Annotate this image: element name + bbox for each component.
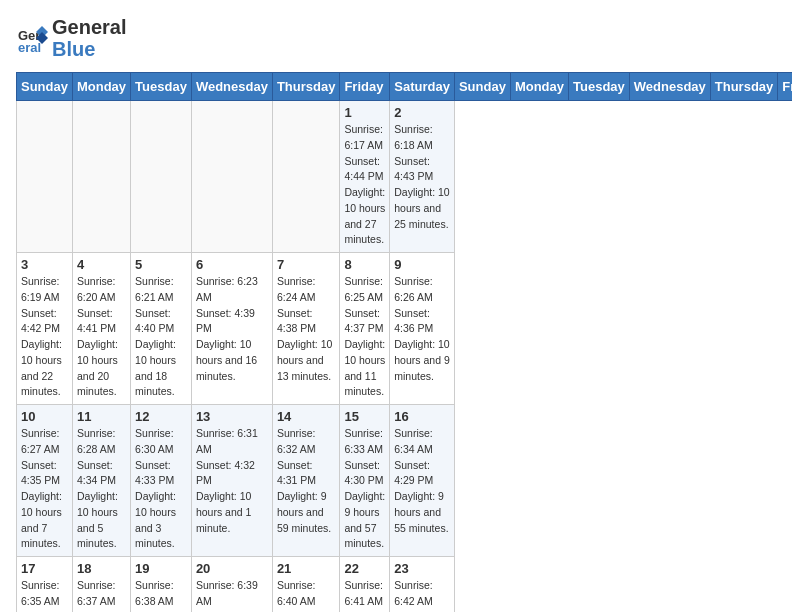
day-number: 2 — [394, 105, 450, 120]
day-cell: 21Sunrise: 6:40 AMSunset: 4:26 PMDayligh… — [272, 557, 340, 613]
week-row-2: 3Sunrise: 6:19 AMSunset: 4:42 PMDaylight… — [17, 253, 793, 405]
day-cell: 6Sunrise: 6:23 AMSunset: 4:39 PMDaylight… — [191, 253, 272, 405]
day-info: Sunrise: 6:18 AMSunset: 4:43 PMDaylight:… — [394, 122, 450, 232]
day-info: Sunrise: 6:23 AMSunset: 4:39 PMDaylight:… — [196, 274, 268, 384]
day-number: 1 — [344, 105, 385, 120]
day-cell: 7Sunrise: 6:24 AMSunset: 4:38 PMDaylight… — [272, 253, 340, 405]
column-header-friday: Friday — [340, 73, 390, 101]
day-number: 13 — [196, 409, 268, 424]
day-number: 14 — [277, 409, 336, 424]
day-cell: 15Sunrise: 6:33 AMSunset: 4:30 PMDayligh… — [340, 405, 390, 557]
day-cell — [72, 101, 130, 253]
week-row-4: 17Sunrise: 6:35 AMSunset: 4:29 PMDayligh… — [17, 557, 793, 613]
column-header-sunday: Sunday — [17, 73, 73, 101]
day-info: Sunrise: 6:17 AMSunset: 4:44 PMDaylight:… — [344, 122, 385, 248]
day-info: Sunrise: 6:20 AMSunset: 4:41 PMDaylight:… — [77, 274, 126, 400]
logo-icon: Gen eral — [16, 22, 48, 54]
column-header-sunday: Sunday — [454, 73, 510, 101]
day-cell: 4Sunrise: 6:20 AMSunset: 4:41 PMDaylight… — [72, 253, 130, 405]
day-cell — [272, 101, 340, 253]
day-cell — [17, 101, 73, 253]
day-info: Sunrise: 6:38 AMSunset: 4:27 PMDaylight:… — [135, 578, 187, 612]
column-header-tuesday: Tuesday — [131, 73, 192, 101]
day-number: 5 — [135, 257, 187, 272]
day-cell: 9Sunrise: 6:26 AMSunset: 4:36 PMDaylight… — [390, 253, 455, 405]
week-row-3: 10Sunrise: 6:27 AMSunset: 4:35 PMDayligh… — [17, 405, 793, 557]
day-cell — [131, 101, 192, 253]
logo: Gen eral General Blue — [16, 16, 126, 60]
day-cell: 16Sunrise: 6:34 AMSunset: 4:29 PMDayligh… — [390, 405, 455, 557]
day-info: Sunrise: 6:30 AMSunset: 4:33 PMDaylight:… — [135, 426, 187, 552]
day-number: 23 — [394, 561, 450, 576]
day-cell: 10Sunrise: 6:27 AMSunset: 4:35 PMDayligh… — [17, 405, 73, 557]
day-info: Sunrise: 6:40 AMSunset: 4:26 PMDaylight:… — [277, 578, 336, 612]
day-cell: 14Sunrise: 6:32 AMSunset: 4:31 PMDayligh… — [272, 405, 340, 557]
day-number: 16 — [394, 409, 450, 424]
day-info: Sunrise: 6:21 AMSunset: 4:40 PMDaylight:… — [135, 274, 187, 400]
day-cell: 5Sunrise: 6:21 AMSunset: 4:40 PMDaylight… — [131, 253, 192, 405]
day-number: 8 — [344, 257, 385, 272]
column-header-friday: Friday — [778, 73, 792, 101]
day-cell: 2Sunrise: 6:18 AMSunset: 4:43 PMDaylight… — [390, 101, 455, 253]
day-info: Sunrise: 6:33 AMSunset: 4:30 PMDaylight:… — [344, 426, 385, 552]
column-header-wednesday: Wednesday — [629, 73, 710, 101]
day-info: Sunrise: 6:35 AMSunset: 4:29 PMDaylight:… — [21, 578, 68, 612]
day-number: 12 — [135, 409, 187, 424]
day-number: 7 — [277, 257, 336, 272]
day-number: 11 — [77, 409, 126, 424]
column-header-monday: Monday — [72, 73, 130, 101]
day-number: 22 — [344, 561, 385, 576]
page-header: Gen eral General Blue — [16, 16, 776, 60]
day-cell: 20Sunrise: 6:39 AMSunset: 4:27 PMDayligh… — [191, 557, 272, 613]
header-row: SundayMondayTuesdayWednesdayThursdayFrid… — [17, 73, 793, 101]
column-header-thursday: Thursday — [272, 73, 340, 101]
column-header-thursday: Thursday — [710, 73, 778, 101]
day-cell: 1Sunrise: 6:17 AMSunset: 4:44 PMDaylight… — [340, 101, 390, 253]
day-cell: 11Sunrise: 6:28 AMSunset: 4:34 PMDayligh… — [72, 405, 130, 557]
logo-text: General Blue — [52, 16, 126, 60]
day-number: 3 — [21, 257, 68, 272]
day-info: Sunrise: 6:41 AMSunset: 4:25 PMDaylight:… — [344, 578, 385, 612]
day-cell: 18Sunrise: 6:37 AMSunset: 4:28 PMDayligh… — [72, 557, 130, 613]
calendar-table: SundayMondayTuesdayWednesdayThursdayFrid… — [16, 72, 792, 612]
day-number: 18 — [77, 561, 126, 576]
svg-text:eral: eral — [18, 40, 41, 54]
day-info: Sunrise: 6:34 AMSunset: 4:29 PMDaylight:… — [394, 426, 450, 536]
day-number: 9 — [394, 257, 450, 272]
day-info: Sunrise: 6:26 AMSunset: 4:36 PMDaylight:… — [394, 274, 450, 384]
week-row-1: 1Sunrise: 6:17 AMSunset: 4:44 PMDaylight… — [17, 101, 793, 253]
calendar-body: 1Sunrise: 6:17 AMSunset: 4:44 PMDaylight… — [17, 101, 793, 613]
day-cell: 3Sunrise: 6:19 AMSunset: 4:42 PMDaylight… — [17, 253, 73, 405]
day-number: 10 — [21, 409, 68, 424]
day-info: Sunrise: 6:25 AMSunset: 4:37 PMDaylight:… — [344, 274, 385, 400]
day-cell: 12Sunrise: 6:30 AMSunset: 4:33 PMDayligh… — [131, 405, 192, 557]
day-info: Sunrise: 6:32 AMSunset: 4:31 PMDaylight:… — [277, 426, 336, 536]
day-number: 20 — [196, 561, 268, 576]
day-info: Sunrise: 6:28 AMSunset: 4:34 PMDaylight:… — [77, 426, 126, 552]
day-number: 6 — [196, 257, 268, 272]
day-info: Sunrise: 6:24 AMSunset: 4:38 PMDaylight:… — [277, 274, 336, 384]
day-cell: 17Sunrise: 6:35 AMSunset: 4:29 PMDayligh… — [17, 557, 73, 613]
day-number: 19 — [135, 561, 187, 576]
column-header-tuesday: Tuesday — [569, 73, 630, 101]
day-number: 15 — [344, 409, 385, 424]
day-cell — [191, 101, 272, 253]
day-cell: 13Sunrise: 6:31 AMSunset: 4:32 PMDayligh… — [191, 405, 272, 557]
column-header-saturday: Saturday — [390, 73, 455, 101]
day-cell: 23Sunrise: 6:42 AMSunset: 4:25 PMDayligh… — [390, 557, 455, 613]
day-info: Sunrise: 6:19 AMSunset: 4:42 PMDaylight:… — [21, 274, 68, 400]
day-info: Sunrise: 6:37 AMSunset: 4:28 PMDaylight:… — [77, 578, 126, 612]
day-number: 4 — [77, 257, 126, 272]
column-header-monday: Monday — [510, 73, 568, 101]
calendar-header: SundayMondayTuesdayWednesdayThursdayFrid… — [17, 73, 793, 101]
day-cell: 8Sunrise: 6:25 AMSunset: 4:37 PMDaylight… — [340, 253, 390, 405]
day-cell: 19Sunrise: 6:38 AMSunset: 4:27 PMDayligh… — [131, 557, 192, 613]
day-number: 17 — [21, 561, 68, 576]
day-cell: 22Sunrise: 6:41 AMSunset: 4:25 PMDayligh… — [340, 557, 390, 613]
day-info: Sunrise: 6:27 AMSunset: 4:35 PMDaylight:… — [21, 426, 68, 552]
day-info: Sunrise: 6:42 AMSunset: 4:25 PMDaylight:… — [394, 578, 450, 612]
column-header-wednesday: Wednesday — [191, 73, 272, 101]
day-info: Sunrise: 6:31 AMSunset: 4:32 PMDaylight:… — [196, 426, 268, 536]
day-info: Sunrise: 6:39 AMSunset: 4:27 PMDaylight:… — [196, 578, 268, 612]
day-number: 21 — [277, 561, 336, 576]
